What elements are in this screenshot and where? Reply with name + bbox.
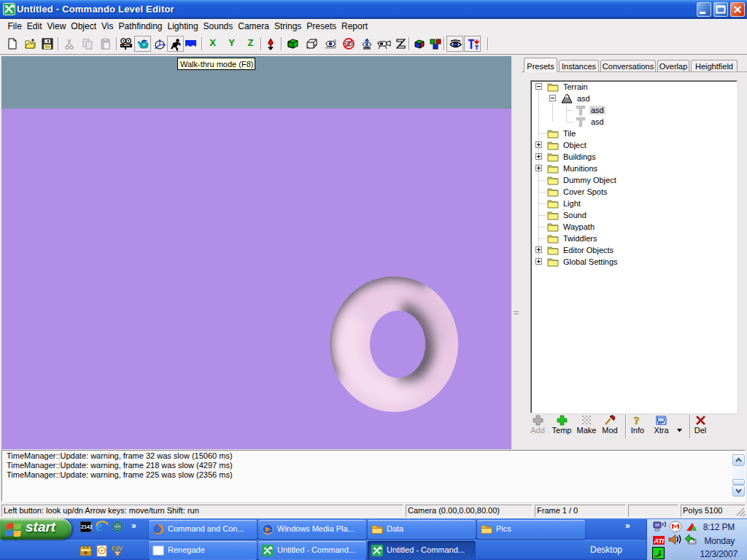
svg-text:?: ? — [634, 415, 640, 426]
svg-text:ATI: ATI — [654, 537, 665, 545]
